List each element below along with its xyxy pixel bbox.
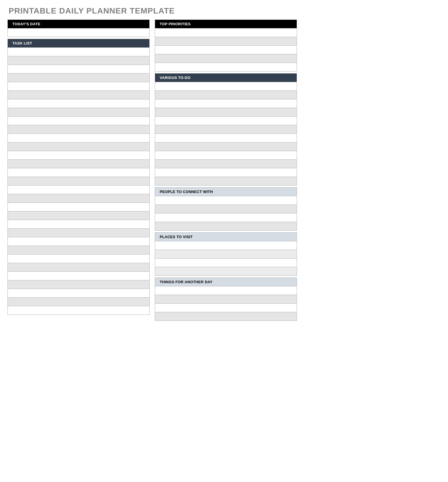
todays-date-header: TODAY'S DATE: [8, 20, 149, 28]
task-list-row[interactable]: [8, 229, 149, 237]
task-list-row[interactable]: [8, 142, 149, 151]
things-another-day-row[interactable]: [155, 295, 297, 304]
right-column: TOP PRIORITIES VARIOUS TO-DO PEOPLE TO C…: [155, 20, 297, 321]
places-visit-block: PLACES TO VISIT: [155, 232, 297, 276]
task-list-row[interactable]: [8, 211, 149, 220]
task-list-row[interactable]: [8, 56, 149, 65]
task-list-row[interactable]: [8, 82, 149, 91]
people-connect-row[interactable]: [155, 213, 297, 222]
top-priorities-row[interactable]: [155, 63, 297, 72]
places-visit-row[interactable]: [155, 259, 297, 267]
page-title: PRINTABLE DAILY PLANNER TEMPLATE: [9, 6, 297, 16]
various-todo-row[interactable]: [155, 177, 297, 186]
task-list-row[interactable]: [8, 298, 149, 306]
task-list-row[interactable]: [8, 74, 149, 82]
various-todo-block: VARIOUS TO-DO: [155, 73, 297, 186]
task-list-row[interactable]: [8, 280, 149, 289]
various-todo-row[interactable]: [155, 125, 297, 134]
people-connect-row[interactable]: [155, 196, 297, 205]
top-priorities-block: TOP PRIORITIES: [155, 20, 297, 72]
task-list-row[interactable]: [8, 186, 149, 194]
people-connect-row[interactable]: [155, 222, 297, 231]
todays-date-block: TODAY'S DATE: [7, 20, 150, 37]
people-connect-row[interactable]: [155, 205, 297, 213]
places-visit-row[interactable]: [155, 250, 297, 259]
task-list-block: TASK LIST: [7, 39, 150, 315]
various-todo-header: VARIOUS TO-DO: [155, 74, 297, 82]
people-connect-block: PEOPLE TO CONNECT WITH: [155, 187, 297, 231]
todays-date-row[interactable]: [8, 28, 149, 37]
various-todo-row[interactable]: [155, 117, 297, 125]
task-list-row[interactable]: [8, 151, 149, 160]
various-todo-row[interactable]: [155, 168, 297, 177]
planner-page: PRINTABLE DAILY PLANNER TEMPLATE TODAY'S…: [0, 0, 304, 332]
task-list-row[interactable]: [8, 108, 149, 117]
top-priorities-row[interactable]: [155, 37, 297, 46]
task-list-row[interactable]: [8, 220, 149, 229]
left-column: TODAY'S DATE TASK LIST: [7, 20, 150, 321]
top-priorities-header: TOP PRIORITIES: [155, 20, 297, 28]
task-list-row[interactable]: [8, 177, 149, 186]
various-todo-row[interactable]: [155, 151, 297, 160]
task-list-row[interactable]: [8, 117, 149, 125]
task-list-row[interactable]: [8, 134, 149, 142]
task-list-row[interactable]: [8, 194, 149, 203]
things-another-day-row[interactable]: [155, 304, 297, 312]
places-visit-row[interactable]: [155, 241, 297, 250]
various-todo-row[interactable]: [155, 134, 297, 142]
various-todo-row[interactable]: [155, 142, 297, 151]
task-list-row[interactable]: [8, 246, 149, 255]
various-todo-row[interactable]: [155, 99, 297, 108]
task-list-row[interactable]: [8, 125, 149, 134]
top-priorities-row[interactable]: [155, 46, 297, 54]
things-another-day-row[interactable]: [155, 312, 297, 321]
task-list-row[interactable]: [8, 160, 149, 168]
people-connect-header: PEOPLE TO CONNECT WITH: [155, 188, 297, 196]
task-list-row[interactable]: [8, 91, 149, 99]
task-list-row[interactable]: [8, 263, 149, 272]
various-todo-row[interactable]: [155, 82, 297, 91]
various-todo-row[interactable]: [155, 160, 297, 168]
places-visit-row[interactable]: [155, 267, 297, 276]
various-todo-row[interactable]: [155, 91, 297, 99]
task-list-row[interactable]: [8, 48, 149, 56]
top-priorities-row[interactable]: [155, 28, 297, 37]
task-list-row[interactable]: [8, 203, 149, 211]
task-list-header: TASK LIST: [8, 39, 149, 48]
things-another-day-header: THINGS FOR ANOTHER DAY: [155, 278, 297, 286]
task-list-row[interactable]: [8, 237, 149, 246]
task-list-row[interactable]: [8, 65, 149, 74]
things-another-day-block: THINGS FOR ANOTHER DAY: [155, 277, 297, 321]
columns-wrapper: TODAY'S DATE TASK LIST TOP PRIORITIES VA…: [7, 20, 297, 321]
task-list-row[interactable]: [8, 255, 149, 263]
top-priorities-row[interactable]: [155, 54, 297, 63]
task-list-row[interactable]: [8, 306, 149, 315]
task-list-row[interactable]: [8, 168, 149, 177]
task-list-row[interactable]: [8, 272, 149, 280]
various-todo-row[interactable]: [155, 108, 297, 117]
places-visit-header: PLACES TO VISIT: [155, 233, 297, 241]
task-list-row[interactable]: [8, 289, 149, 298]
things-another-day-row[interactable]: [155, 286, 297, 295]
task-list-row[interactable]: [8, 99, 149, 108]
